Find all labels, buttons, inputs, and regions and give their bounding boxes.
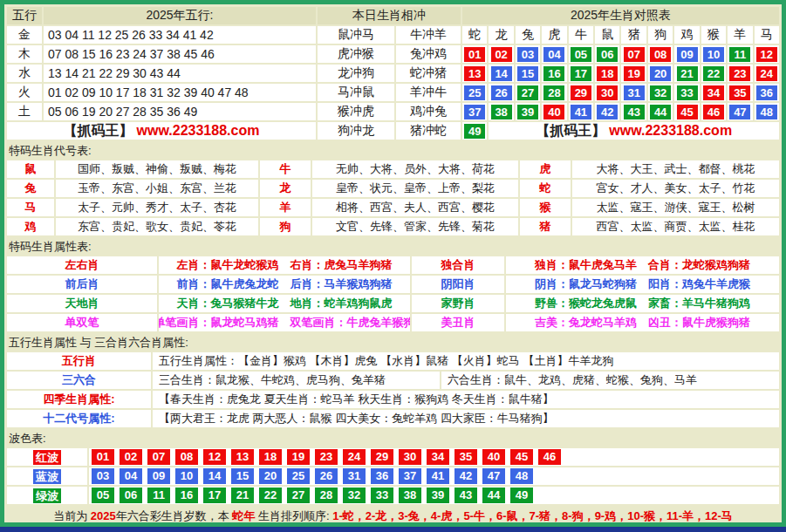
code-description-cell: 国师、叛贼、神偷、叛贼、梅花	[56, 160, 258, 178]
attr-left-label: 前后肖	[7, 276, 157, 293]
footer-snake-year: 蛇年	[232, 509, 255, 522]
clash-pair-cell: 狗冲龙	[318, 122, 394, 140]
footer-text-2: 年六合彩生肖岁数，本	[116, 509, 233, 522]
number-chip: 04	[543, 47, 564, 62]
clash-pair-cell: 鼠冲马	[318, 26, 394, 44]
number-chip: 26	[491, 85, 512, 100]
daily-clash-header: 本日生肖相冲	[318, 7, 461, 24]
number-chip: 27	[517, 85, 538, 100]
wuxing-row-content: 【两大君王：龙虎 两大恶人：鼠猴 四大美女：兔蛇羊鸡 四大家臣：牛马猪狗】	[153, 410, 779, 427]
element-name-cell: 水	[7, 65, 42, 82]
number-chip: 21	[231, 488, 254, 503]
number-cell: 47	[728, 103, 752, 120]
page-frame: 五行2025年五行:本日生肖相冲2025年生肖对照表金03 04 11 12 2…	[0, 0, 786, 527]
wave-label-badge: 蓝波	[33, 469, 61, 484]
number-chip: 44	[650, 105, 671, 119]
number-cell: 28	[542, 84, 566, 101]
element-name-cell: 金	[7, 26, 42, 44]
wuxing-row-content: 五行生肖属性：【金肖】猴鸡 【木肖】虎兔 【水肖】鼠猪 【火肖】蛇马 【土肖】牛…	[153, 352, 779, 370]
footer-zodiac-sequence: 1-蛇，2-龙，3-兔，4-虎，5-牛，6-鼠，7-猪，8-狗，9-鸡，10-猴…	[332, 509, 733, 522]
number-cell: 12	[755, 45, 779, 63]
clash-pair-cell: 兔冲鸡	[396, 45, 461, 63]
number-cell: 02	[489, 45, 513, 63]
brand-site-link[interactable]: www.2233188.com	[609, 123, 732, 139]
wuxing-content-cell: 六合生肖：鼠牛、龙鸡、虎猪、蛇猴、兔狗、马羊	[441, 372, 779, 389]
attr-right-text: 独肖：鼠牛虎兔马羊 合肖：龙蛇猴鸡狗猪	[506, 256, 779, 274]
number-chip: 36	[756, 85, 777, 100]
code-description-cell: 相将、西宫、夫人、西宫、樱花	[312, 199, 518, 216]
brand-site-link[interactable]: www.2233188.com	[137, 123, 260, 139]
element-numbers-cell: 13 14 21 22 29 30 43 44	[44, 65, 316, 82]
number-cell: 42	[595, 103, 619, 120]
number-chip: 32	[650, 85, 671, 100]
attr-left-text: 前肖：鼠牛虎兔龙蛇 后肖：马羊猴鸡狗猪	[159, 276, 410, 293]
number-cell: 26	[489, 84, 513, 101]
number-cell: 03	[516, 45, 540, 63]
number-chip: 25	[287, 468, 310, 484]
number-cell: 31	[621, 84, 646, 101]
number-chip: 33	[371, 488, 393, 503]
wuxing-row-label: 十二代号属性:	[7, 410, 151, 427]
number-cell: 10	[701, 45, 726, 63]
wuxing-row-label: 三六合	[7, 372, 151, 389]
number-chip: 28	[543, 85, 564, 100]
number-chip: 12	[203, 449, 226, 465]
code-zodiac-cell: 马	[7, 199, 54, 216]
clash-pair-cell: 龙冲狗	[318, 65, 394, 82]
code-zodiac-cell: 鸡	[7, 218, 54, 235]
wuxing-content-cell: 五行生肖属性：【金肖】猴鸡 【木肖】虎兔 【水肖】鼠猪 【火肖】蛇马 【土肖】牛…	[153, 352, 779, 370]
code-description-cell: 太子、元帅、秀才、太子、杏花	[56, 199, 258, 216]
wuxing-row-label: 五行肖	[7, 352, 151, 370]
number-chip: 13	[464, 66, 485, 81]
number-chip: 49	[464, 124, 485, 139]
number-chip: 19	[624, 66, 645, 81]
number-cell: 33	[674, 84, 699, 101]
number-chip: 41	[571, 105, 591, 119]
number-cell: 21	[674, 65, 699, 82]
number-chip: 16	[543, 66, 564, 81]
zodiac-name-cell: 鸡	[674, 26, 699, 44]
number-chip: 25	[464, 85, 485, 100]
attr-right-text: 吉美：兔龙蛇马羊鸡 凶丑：鼠牛虎猴狗猪	[506, 314, 779, 331]
wave-row: 绿波05061116172122272832333839434449	[7, 487, 779, 504]
element-numbers-cell: 07 08 15 16 23 24 37 38 45 46	[44, 45, 316, 63]
number-cell: 22	[701, 65, 726, 82]
five-elements-table: 五行2025年五行:本日生肖相冲2025年生肖对照表金03 04 11 12 2…	[7, 7, 779, 140]
code-description-cell: 皇帝、状元、皇帝、上帝、梨花	[312, 180, 518, 197]
code-description-cell: 东宫、贵妃、歌女、贵妃、苓花	[56, 218, 258, 235]
wuxing-row-label: 四季生肖属性:	[7, 391, 151, 408]
code-description-cell: 太监、寇王、游侠、寇王、松树	[572, 199, 779, 216]
attr-right-label: 阴阳肖	[412, 276, 504, 293]
number-chip: 30	[597, 85, 618, 100]
number-cell: 32	[648, 84, 673, 101]
wave-label-cell: 蓝波	[7, 467, 87, 485]
wuxing-content-cell: 三合生肖：鼠龙猴、牛蛇鸡、虎马狗、兔羊猪	[153, 372, 440, 389]
wave-row: 蓝波03040910141520252631363741424748	[7, 467, 779, 485]
clash-pair-cell: 鸡冲兔	[396, 103, 461, 120]
number-chip: 40	[543, 105, 564, 119]
attr-left-text: 天肖：兔马猴猪牛龙 地肖：蛇羊鸡狗鼠虎	[159, 295, 410, 312]
element-name-cell: 土	[7, 103, 42, 120]
footer-year: 2025	[91, 509, 116, 522]
number-cell: 01	[462, 45, 487, 63]
number-cell: 41	[569, 103, 593, 120]
zodiac-name-cell: 蛇	[462, 26, 487, 44]
number-chip: 43	[455, 488, 477, 503]
attr-right-text: 阴肖：鼠龙马蛇狗猪 阳肖：鸡兔牛羊虎猴	[506, 276, 779, 293]
number-chip: 48	[510, 468, 533, 484]
number-chip: 06	[120, 488, 142, 503]
attr-right-label: 美丑肖	[412, 314, 504, 331]
wuxing-row: 三六合三合生肖：鼠龙猴、牛蛇鸡、虎马狗、兔羊猪六合生肖：鼠牛、龙鸡、虎猪、蛇猴、…	[7, 372, 779, 389]
wave-numbers-cell: 0102070812131819232429303435404546	[89, 448, 779, 466]
number-cell: 23	[728, 65, 752, 82]
zodiac-name-cell: 龙	[489, 26, 513, 44]
number-cell: 19	[621, 65, 646, 82]
number-chip: 13	[231, 449, 254, 465]
wave-numbers-cell: 05061116172122272832333839434449	[89, 487, 779, 504]
number-cell: 24	[755, 65, 779, 82]
number-chip: 34	[703, 85, 724, 100]
number-cell: 15	[516, 65, 540, 82]
number-cell: 08	[648, 45, 673, 63]
wave-label-cell: 绿波	[7, 487, 87, 504]
number-chip: 18	[597, 66, 618, 81]
